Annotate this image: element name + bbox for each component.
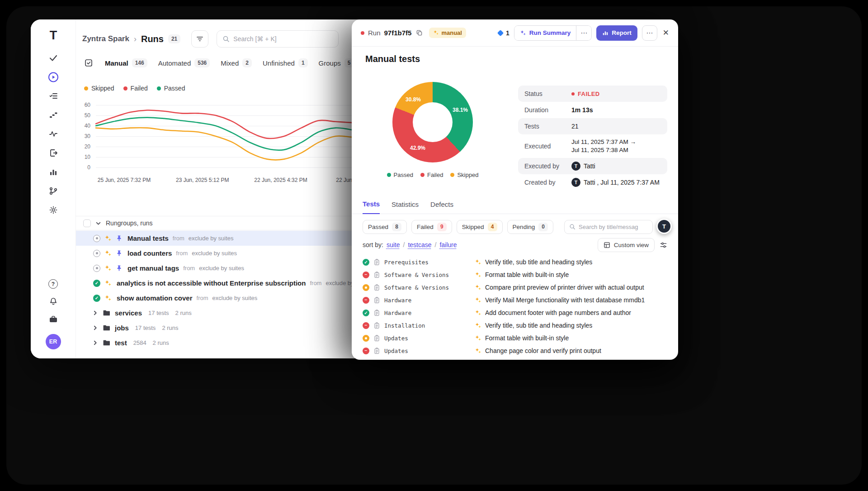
drawer-search-box[interactable] <box>564 220 653 234</box>
test-row[interactable]: Hardware Add document footer with page n… <box>363 306 675 319</box>
tab-defects[interactable]: Defects <box>430 200 453 214</box>
legend-dot <box>123 86 127 91</box>
donut-legend-item[interactable]: Failed <box>420 172 443 178</box>
sort-by-testcase[interactable]: testcase <box>408 241 431 248</box>
folder-name[interactable]: services <box>115 309 142 317</box>
select-all-checkbox[interactable] <box>83 219 91 227</box>
suite-name[interactable]: Software & Versions <box>384 272 475 278</box>
test-title[interactable]: Verify Mail Merge functionality with tes… <box>485 296 645 304</box>
tabs-row: Manual146 Automated536 Mixed2 Unfinished… <box>83 57 354 68</box>
test-title[interactable]: Format table with built-in style <box>485 334 569 342</box>
close-button[interactable]: ✕ <box>663 28 669 38</box>
chip-passed[interactable]: Passed8 <box>363 220 407 234</box>
chevron-down-icon[interactable] <box>95 220 101 226</box>
drawer-title: Manual tests <box>365 54 420 64</box>
run-title[interactable]: get manual tags <box>127 264 179 272</box>
test-row[interactable]: Updates Change page color and verify pri… <box>363 344 675 357</box>
legend-item[interactable]: Passed <box>157 85 185 92</box>
suite-name[interactable]: Software & Versions <box>384 284 475 291</box>
test-title[interactable]: Add document footer with page numbers an… <box>485 309 631 316</box>
test-row[interactable]: Installation Verify title, sub title and… <box>363 319 675 332</box>
chevron-right-icon[interactable] <box>92 340 98 346</box>
search-box[interactable] <box>217 30 339 48</box>
run-title[interactable]: analytics is not accessible without Ente… <box>117 279 306 287</box>
tab-statistics[interactable]: Statistics <box>392 200 419 214</box>
floating-avatar[interactable]: T <box>656 219 672 234</box>
sparkle-icon <box>433 30 439 36</box>
filter-button[interactable] <box>191 30 208 48</box>
suite-name[interactable]: Updates <box>384 335 475 342</box>
folder-icon <box>103 339 110 347</box>
donut-legend-item[interactable]: Passed <box>387 172 413 178</box>
branch-icon[interactable] <box>48 186 59 196</box>
legend-dot <box>84 86 88 91</box>
bell-icon[interactable] <box>48 296 59 307</box>
test-row[interactable]: Software & Versions Format table with bu… <box>363 268 675 281</box>
test-row[interactable]: Software & Versions Compare print previe… <box>363 281 675 294</box>
run-title[interactable]: load counters <box>127 249 172 257</box>
run-title[interactable]: Manual tests <box>127 234 169 242</box>
list-check-icon[interactable] <box>48 91 59 101</box>
tab-automated[interactable]: Automated536 <box>158 58 210 67</box>
test-title[interactable]: Format table with built-in style <box>485 271 569 278</box>
sort-by-suite[interactable]: suite <box>387 241 400 248</box>
report-button[interactable]: Report <box>596 25 637 41</box>
test-title[interactable]: Change page color and verify print outpu… <box>485 347 601 354</box>
pulse-icon[interactable] <box>48 129 59 139</box>
test-title[interactable]: Verify title, sub title and heading styl… <box>485 322 592 329</box>
sliders-icon[interactable] <box>660 241 667 249</box>
table-group-title: Rungroups, runs <box>106 219 153 227</box>
drawer-header-actions: 1 Run Summary ⋯ Report ⋯ ✕ <box>498 25 669 41</box>
legend-item[interactable]: Failed <box>123 85 148 92</box>
test-title[interactable]: Verify title, sub title and heading styl… <box>485 258 592 266</box>
check-nav-icon[interactable] <box>48 52 59 63</box>
tab-mixed[interactable]: Mixed2 <box>221 58 252 67</box>
test-row[interactable]: Prerequisites Verify title, sub title an… <box>363 256 675 268</box>
summary-more-button[interactable]: ⋯ <box>576 26 591 40</box>
tab-unfinished[interactable]: Unfinished1 <box>263 58 308 67</box>
more-options-button[interactable]: ⋯ <box>642 25 657 41</box>
chip-failed[interactable]: Failed9 <box>411 220 452 234</box>
suite-name[interactable]: Updates <box>384 348 475 354</box>
folder-name[interactable]: jobs <box>115 324 129 332</box>
sidebar-bottom: ? ER <box>46 279 61 349</box>
tab-groups[interactable]: Groups5 <box>319 58 354 67</box>
test-row[interactable]: Hardware Verify Mail Merge functionality… <box>363 294 675 306</box>
clipboard-icon <box>373 284 380 291</box>
run-title[interactable]: show automation cover <box>117 294 193 302</box>
suite-name[interactable]: Hardware <box>384 310 475 316</box>
chip-skipped[interactable]: Skipped4 <box>457 220 503 234</box>
copy-icon[interactable] <box>416 29 423 36</box>
bar-chart-icon[interactable] <box>48 167 59 177</box>
sort-by-failure[interactable]: failure <box>439 241 457 248</box>
select-all-icon[interactable] <box>83 57 94 68</box>
breadcrumb-project[interactable]: Zyntra Spark <box>82 34 129 43</box>
briefcase-icon[interactable] <box>48 314 59 325</box>
donut-percentage: 38.1% <box>453 107 468 113</box>
manual-tag[interactable]: manual <box>429 28 466 38</box>
run-summary-button[interactable]: Run Summary <box>514 26 576 40</box>
suite-name[interactable]: Prerequisites <box>384 259 475 266</box>
runs-play-icon[interactable] <box>48 72 59 82</box>
search-input[interactable] <box>233 35 333 43</box>
steps-icon[interactable] <box>48 110 59 120</box>
chevron-right-icon[interactable] <box>92 325 98 331</box>
legend-item[interactable]: Skipped <box>84 85 114 92</box>
test-row[interactable]: Updates Format table with built-in style <box>363 332 675 344</box>
user-avatar[interactable]: ER <box>46 334 61 349</box>
donut-legend-item[interactable]: Skipped <box>450 172 478 178</box>
folder-name[interactable]: test <box>115 339 127 347</box>
test-title[interactable]: Compare print preview of printer driver … <box>485 284 644 291</box>
avatar: T <box>571 162 580 171</box>
suite-name[interactable]: Installation <box>384 322 475 329</box>
chip-pending[interactable]: Pending0 <box>507 220 554 234</box>
tab-manual[interactable]: Manual146 <box>105 58 147 67</box>
chevron-right-icon[interactable] <box>92 310 98 316</box>
export-icon[interactable] <box>48 148 59 158</box>
help-icon[interactable]: ? <box>48 279 58 289</box>
tab-tests[interactable]: Tests <box>363 200 380 214</box>
suite-name[interactable]: Hardware <box>384 297 475 304</box>
custom-view-button[interactable]: Custom view <box>598 238 655 252</box>
drawer-search-input[interactable] <box>579 224 648 230</box>
gear-icon[interactable] <box>48 205 59 215</box>
